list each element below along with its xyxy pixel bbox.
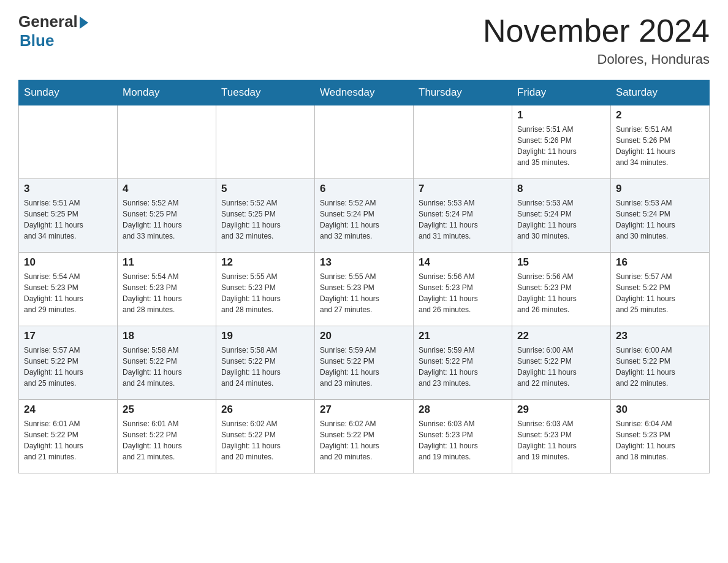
day-info-text: Sunrise: 5:51 AM Sunset: 5:26 PM Dayligh…: [517, 124, 605, 168]
calendar-cell: 10Sunrise: 5:54 AM Sunset: 5:23 PM Dayli…: [19, 253, 118, 326]
calendar-cell: 17Sunrise: 5:57 AM Sunset: 5:22 PM Dayli…: [19, 326, 118, 400]
day-info-text: Sunrise: 5:53 AM Sunset: 5:24 PM Dayligh…: [517, 197, 605, 242]
calendar-cell: [118, 105, 216, 179]
day-info-text: Sunrise: 5:55 AM Sunset: 5:23 PM Dayligh…: [320, 271, 408, 315]
day-number: 8: [517, 183, 605, 195]
weekday-header-tuesday: Tuesday: [216, 80, 315, 105]
calendar-cell: 27Sunrise: 6:02 AM Sunset: 5:22 PM Dayli…: [315, 400, 414, 473]
day-number: 20: [320, 330, 408, 342]
weekday-header-wednesday: Wednesday: [315, 80, 414, 105]
day-number: 30: [616, 404, 704, 416]
day-number: 22: [517, 330, 605, 342]
day-number: 12: [221, 256, 309, 269]
day-number: 29: [517, 404, 605, 416]
day-info-text: Sunrise: 5:58 AM Sunset: 5:22 PM Dayligh…: [221, 345, 309, 389]
day-number: 24: [24, 404, 112, 416]
logo-arrow-icon: [80, 17, 88, 29]
day-number: 13: [320, 256, 408, 269]
day-number: 4: [123, 183, 211, 195]
day-info-text: Sunrise: 5:53 AM Sunset: 5:24 PM Dayligh…: [419, 197, 507, 242]
logo: General Blue: [18, 12, 88, 50]
day-number: 19: [221, 330, 309, 342]
day-info-text: Sunrise: 6:03 AM Sunset: 5:23 PM Dayligh…: [419, 418, 507, 462]
day-info-text: Sunrise: 6:04 AM Sunset: 5:23 PM Dayligh…: [616, 418, 704, 462]
day-info-text: Sunrise: 6:00 AM Sunset: 5:22 PM Dayligh…: [616, 345, 704, 389]
calendar-cell: 26Sunrise: 6:02 AM Sunset: 5:22 PM Dayli…: [216, 400, 315, 473]
day-info-text: Sunrise: 5:56 AM Sunset: 5:23 PM Dayligh…: [419, 271, 507, 315]
day-number: 18: [123, 330, 211, 342]
calendar-cell: 5Sunrise: 5:52 AM Sunset: 5:25 PM Daylig…: [216, 179, 315, 253]
title-block: November 2024 Dolores, Honduras: [483, 12, 710, 67]
calendar-cell: 11Sunrise: 5:54 AM Sunset: 5:23 PM Dayli…: [118, 253, 216, 326]
calendar-cell: 2Sunrise: 5:51 AM Sunset: 5:26 PM Daylig…: [611, 105, 710, 179]
day-info-text: Sunrise: 6:01 AM Sunset: 5:22 PM Dayligh…: [123, 418, 211, 462]
day-info-text: Sunrise: 5:57 AM Sunset: 5:22 PM Dayligh…: [24, 345, 112, 389]
weekday-header-thursday: Thursday: [414, 80, 512, 105]
day-info-text: Sunrise: 5:59 AM Sunset: 5:22 PM Dayligh…: [320, 345, 408, 389]
day-number: 27: [320, 404, 408, 416]
calendar-week-row: 17Sunrise: 5:57 AM Sunset: 5:22 PM Dayli…: [19, 326, 710, 400]
day-number: 17: [24, 330, 112, 342]
day-number: 16: [616, 256, 704, 269]
calendar-cell: 25Sunrise: 6:01 AM Sunset: 5:22 PM Dayli…: [118, 400, 216, 473]
calendar-cell: 23Sunrise: 6:00 AM Sunset: 5:22 PM Dayli…: [611, 326, 710, 400]
day-info-text: Sunrise: 6:00 AM Sunset: 5:22 PM Dayligh…: [517, 345, 605, 389]
calendar-cell: 19Sunrise: 5:58 AM Sunset: 5:22 PM Dayli…: [216, 326, 315, 400]
calendar-cell: 9Sunrise: 5:53 AM Sunset: 5:24 PM Daylig…: [611, 179, 710, 253]
calendar-cell: [414, 105, 512, 179]
weekday-header-saturday: Saturday: [611, 80, 710, 105]
calendar-cell: 18Sunrise: 5:58 AM Sunset: 5:22 PM Dayli…: [118, 326, 216, 400]
day-info-text: Sunrise: 6:01 AM Sunset: 5:22 PM Dayligh…: [24, 418, 112, 462]
day-info-text: Sunrise: 5:56 AM Sunset: 5:23 PM Dayligh…: [517, 271, 605, 315]
calendar-cell: 15Sunrise: 5:56 AM Sunset: 5:23 PM Dayli…: [512, 253, 611, 326]
calendar-week-row: 1Sunrise: 5:51 AM Sunset: 5:26 PM Daylig…: [19, 105, 710, 179]
calendar-cell: [315, 105, 414, 179]
weekday-header-friday: Friday: [512, 80, 611, 105]
logo-general-text: General: [18, 12, 78, 31]
day-number: 26: [221, 404, 309, 416]
day-number: 2: [616, 109, 704, 121]
day-info-text: Sunrise: 5:54 AM Sunset: 5:23 PM Dayligh…: [123, 271, 211, 315]
day-number: 5: [221, 183, 309, 195]
day-info-text: Sunrise: 5:52 AM Sunset: 5:24 PM Dayligh…: [320, 197, 408, 242]
day-info-text: Sunrise: 6:02 AM Sunset: 5:22 PM Dayligh…: [320, 418, 408, 462]
day-number: 9: [616, 183, 704, 195]
calendar-cell: 29Sunrise: 6:03 AM Sunset: 5:23 PM Dayli…: [512, 400, 611, 473]
day-number: 10: [24, 256, 112, 269]
calendar-cell: 21Sunrise: 5:59 AM Sunset: 5:22 PM Dayli…: [414, 326, 512, 400]
day-number: 1: [517, 109, 605, 121]
day-number: 28: [419, 404, 507, 416]
calendar-cell: 6Sunrise: 5:52 AM Sunset: 5:24 PM Daylig…: [315, 179, 414, 253]
day-number: 7: [419, 183, 507, 195]
day-info-text: Sunrise: 5:53 AM Sunset: 5:24 PM Dayligh…: [616, 197, 704, 242]
day-number: 14: [419, 256, 507, 269]
calendar-cell: 1Sunrise: 5:51 AM Sunset: 5:26 PM Daylig…: [512, 105, 611, 179]
calendar-cell: 4Sunrise: 5:52 AM Sunset: 5:25 PM Daylig…: [118, 179, 216, 253]
calendar-cell: 12Sunrise: 5:55 AM Sunset: 5:23 PM Dayli…: [216, 253, 315, 326]
day-info-text: Sunrise: 5:59 AM Sunset: 5:22 PM Dayligh…: [419, 345, 507, 389]
weekday-header-row: SundayMondayTuesdayWednesdayThursdayFrid…: [19, 80, 710, 105]
day-info-text: Sunrise: 5:51 AM Sunset: 5:26 PM Dayligh…: [616, 124, 704, 168]
day-info-text: Sunrise: 5:52 AM Sunset: 5:25 PM Dayligh…: [221, 197, 309, 242]
calendar-cell: [216, 105, 315, 179]
calendar-cell: 24Sunrise: 6:01 AM Sunset: 5:22 PM Dayli…: [19, 400, 118, 473]
day-number: 6: [320, 183, 408, 195]
calendar-cell: 30Sunrise: 6:04 AM Sunset: 5:23 PM Dayli…: [611, 400, 710, 473]
day-info-text: Sunrise: 5:57 AM Sunset: 5:22 PM Dayligh…: [616, 271, 704, 315]
day-number: 3: [24, 183, 112, 195]
logo-blue-text: Blue: [20, 31, 54, 50]
weekday-header-monday: Monday: [118, 80, 216, 105]
calendar-cell: 20Sunrise: 5:59 AM Sunset: 5:22 PM Dayli…: [315, 326, 414, 400]
calendar-cell: 28Sunrise: 6:03 AM Sunset: 5:23 PM Dayli…: [414, 400, 512, 473]
day-number: 11: [123, 256, 211, 269]
calendar-cell: 8Sunrise: 5:53 AM Sunset: 5:24 PM Daylig…: [512, 179, 611, 253]
day-info-text: Sunrise: 6:02 AM Sunset: 5:22 PM Dayligh…: [221, 418, 309, 462]
calendar-week-row: 10Sunrise: 5:54 AM Sunset: 5:23 PM Dayli…: [19, 253, 710, 326]
day-info-text: Sunrise: 5:54 AM Sunset: 5:23 PM Dayligh…: [24, 271, 112, 315]
day-number: 23: [616, 330, 704, 342]
day-info-text: Sunrise: 5:52 AM Sunset: 5:25 PM Dayligh…: [123, 197, 211, 242]
calendar-cell: 7Sunrise: 5:53 AM Sunset: 5:24 PM Daylig…: [414, 179, 512, 253]
weekday-header-sunday: Sunday: [19, 80, 118, 105]
page-header: General Blue November 2024 Dolores, Hond…: [18, 12, 710, 67]
calendar-cell: 3Sunrise: 5:51 AM Sunset: 5:25 PM Daylig…: [19, 179, 118, 253]
